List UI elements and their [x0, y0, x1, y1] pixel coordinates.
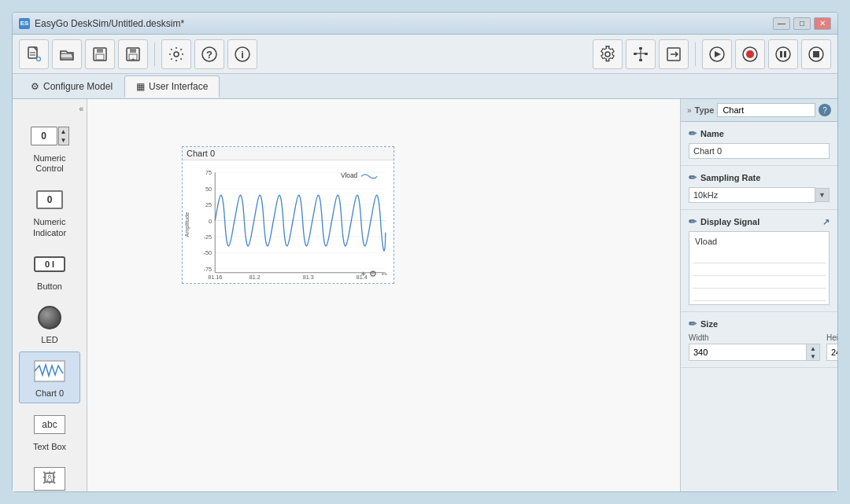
window-title: EasyGo DeskSim/Untitled.desksim* — [35, 18, 184, 29]
sampling-rate-arrow[interactable]: ▼ — [815, 188, 830, 202]
right-panel: » Type ? ✏ Name ✏ Sampling Rate — [680, 99, 837, 491]
svg-point-13 — [174, 52, 179, 57]
help-icon[interactable]: ? — [819, 104, 831, 116]
right-panel-header: » Type ? — [681, 99, 837, 122]
toolbar-separator-1 — [154, 42, 155, 66]
new-file-button[interactable] — [19, 39, 49, 69]
minimize-button[interactable]: — — [773, 17, 790, 30]
gear-button[interactable] — [593, 39, 623, 69]
sidebar-item-text-box[interactable]: abc Text Box — [19, 405, 80, 457]
open-file-button[interactable] — [52, 39, 82, 69]
width-increment-button[interactable]: ▲ — [807, 344, 819, 352]
toolbar-left: + ? i — [19, 39, 257, 69]
tab-configure-model[interactable]: ⚙ Configure Model — [19, 75, 124, 97]
sidebar-collapse-button[interactable]: « — [79, 105, 83, 113]
sidebar-item-button[interactable]: 0 I Button — [19, 245, 80, 296]
main-window: ES EasyGo DeskSim/Untitled.desksim* — □ … — [12, 12, 838, 492]
chart-widget[interactable]: Chart 0 — [182, 146, 394, 284]
chart-thumb-icon — [33, 356, 66, 386]
svg-rect-10 — [130, 48, 136, 53]
chart-zoom-icon[interactable]: + — [361, 269, 366, 279]
name-edit-icon: ✏ — [689, 128, 697, 139]
svg-text:Amplitude: Amplitude — [184, 212, 190, 237]
pause-button[interactable] — [768, 39, 798, 69]
sampling-edit-icon: ✏ — [689, 172, 697, 183]
svg-text:?: ? — [206, 49, 213, 61]
svg-rect-19 — [639, 47, 642, 50]
right-panel-type-label: Type — [695, 105, 715, 115]
signal-add-icon[interactable]: ↗ — [822, 217, 830, 227]
svg-text:+: + — [131, 57, 135, 62]
svg-point-18 — [605, 52, 610, 57]
sidebar-item-chart[interactable]: Chart 0 — [19, 351, 80, 403]
svg-marker-29 — [715, 51, 721, 57]
sidebar-item-led[interactable]: LED — [19, 298, 80, 350]
width-input[interactable] — [689, 344, 806, 361]
help-button[interactable]: ? — [194, 39, 224, 69]
svg-rect-33 — [780, 51, 782, 57]
right-panel-signal-section: ✏ Display Signal ↗ Vload — [681, 210, 837, 312]
width-decrement-button[interactable]: ▼ — [807, 352, 819, 360]
sidebar-item-numeric-indicator[interactable]: 0 NumericIndicator — [19, 180, 80, 242]
signal-empty-lines — [693, 251, 826, 301]
signal-line-2 — [693, 263, 826, 276]
canvas-area[interactable]: Chart 0 — [87, 99, 680, 491]
size-edit-icon: ✏ — [689, 318, 697, 329]
sidebar-item-image-box[interactable]: 🖼 Image Box — [19, 459, 80, 492]
chart-zoom-fit-icon[interactable]: ↔ — [380, 269, 389, 279]
save-as-button[interactable]: + — [118, 39, 148, 69]
svg-text:81.2: 81.2 — [249, 274, 261, 281]
right-panel-collapse-button[interactable]: » — [687, 106, 692, 115]
network-button[interactable] — [626, 39, 656, 69]
button-widget-icon: 0 I — [33, 249, 66, 279]
svg-point-31 — [746, 50, 754, 58]
chart-inner: 75 50 25 0 -25 -50 -75 81.16 81.2 81.3 8… — [183, 160, 394, 281]
width-spinner-row: ▲ ▼ — [689, 344, 820, 361]
led-label: LED — [41, 335, 57, 345]
toolbar-separator-2 — [695, 42, 696, 66]
sampling-label: Sampling Rate — [700, 173, 760, 182]
numeric-control-icon: 0 ▲ ▼ — [33, 121, 66, 151]
save-button[interactable] — [85, 39, 115, 69]
svg-rect-22 — [639, 59, 642, 61]
sidebar-item-numeric-control[interactable]: 0 ▲ ▼ NumericControl — [19, 116, 80, 178]
chart-settings-icon[interactable]: ⚙ — [369, 269, 377, 279]
signal-section-title: ✏ Display Signal ↗ — [689, 216, 830, 227]
svg-text:75: 75 — [205, 170, 212, 176]
export-button[interactable] — [659, 39, 689, 69]
name-section-title: ✏ Name — [689, 128, 830, 139]
signal-line-1 — [693, 251, 826, 263]
svg-text:Vload: Vload — [341, 172, 357, 179]
right-panel-sampling-section: ✏ Sampling Rate 10kHz 1kHz 100kHz ▼ — [681, 166, 837, 210]
settings-button[interactable] — [161, 39, 191, 69]
height-input[interactable] — [826, 344, 837, 361]
svg-text:0: 0 — [209, 219, 212, 225]
name-input[interactable] — [689, 143, 830, 159]
toolbar-right — [593, 39, 831, 69]
maximize-button[interactable]: □ — [793, 17, 811, 30]
button-label: Button — [37, 281, 62, 292]
text-box-icon: abc — [33, 410, 66, 440]
sidebar-collapse: « — [13, 103, 87, 115]
numeric-control-label: NumericControl — [34, 153, 66, 174]
close-button[interactable]: ✕ — [814, 17, 831, 30]
tab-user-interface[interactable]: ▦ User Interface — [124, 75, 220, 97]
info-button[interactable]: i — [227, 39, 257, 69]
signal-line-4 — [693, 289, 826, 301]
svg-text:-75: -75 — [204, 267, 212, 273]
record-button[interactable] — [735, 39, 765, 69]
chart-widget-title: Chart 0 — [183, 147, 394, 160]
sampling-section-title: ✏ Sampling Rate — [689, 172, 830, 183]
right-panel-header-left: » Type — [687, 105, 714, 115]
svg-point-32 — [776, 47, 790, 61]
led-icon — [33, 303, 66, 333]
svg-text:25: 25 — [205, 202, 212, 208]
signal-edit-icon: ✏ — [689, 216, 697, 227]
sampling-rate-select[interactable]: 10kHz 1kHz 100kHz — [689, 187, 815, 203]
tabs-bar: ⚙ Configure Model ▦ User Interface — [13, 74, 837, 99]
svg-text:50: 50 — [205, 186, 212, 193]
play-button[interactable] — [702, 39, 732, 69]
sidebar: « 0 ▲ ▼ NumericControl — [13, 99, 87, 491]
right-panel-type-input[interactable] — [717, 103, 815, 117]
stop-button[interactable] — [801, 39, 831, 69]
